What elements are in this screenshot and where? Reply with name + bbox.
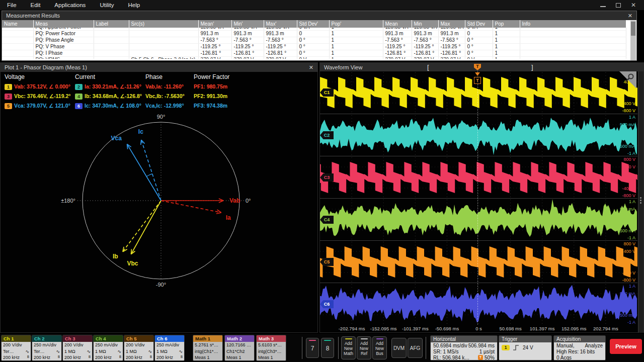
- scale-label: -800 V: [622, 193, 635, 198]
- waveform-slice-c2[interactable]: 1 A500 mA0 A-500 mA-1 AC2: [320, 114, 637, 156]
- column-header-name[interactable]: Name: [2, 20, 33, 28]
- add-new-math-button[interactable]: AddNewMath: [341, 336, 356, 359]
- table-row[interactable]: PQ: V Phase-119.25 °-119.25 °-119.25 °0 …: [2, 44, 626, 50]
- channel-badge-ch2[interactable]: Ch 2250 mA/divTer…∿200 kHzᴮ: [32, 335, 62, 361]
- column-header-label[interactable]: Label: [94, 20, 129, 28]
- add-new-bus-button[interactable]: AddNewBus: [372, 336, 387, 359]
- coupling-icon: ∿: [179, 348, 183, 355]
- menu-item-help[interactable]: Help: [121, 0, 147, 10]
- phasor-titlebar: Plot 1 - Phasor Diagram (Meas 1) ✕: [1, 63, 317, 72]
- phasor-legend-header: Current: [75, 73, 95, 80]
- trigger-position-icon[interactable]: T: [474, 64, 481, 70]
- add-new-ref-button[interactable]: AddNewRef: [357, 336, 371, 359]
- channel-badge-ch1[interactable]: Ch 1200 V/divTer…∿200 kHzᴮ: [1, 335, 31, 361]
- panel-resize-handle[interactable]: [638, 71, 643, 333]
- column-header-mean[interactable]: Mean': [198, 20, 231, 28]
- horizontal-title: Horizontal: [431, 336, 497, 342]
- channel-badge-5: 5: [5, 103, 12, 109]
- trigger-pos-icon: T: [478, 355, 483, 360]
- scale-label: -400 V: [622, 270, 635, 276]
- afg-button[interactable]: AFG: [408, 338, 423, 358]
- current-readout: Ib: 343.68mA, ∠-126.8°: [85, 93, 142, 99]
- scale-label: 400 V: [623, 164, 635, 169]
- waveform-plot-area[interactable]: 800 V400 V0 V-400 V-800 VC11 A500 mA0 A-…: [320, 71, 637, 325]
- coupling-icon: ∿: [117, 348, 121, 355]
- axis-label: -90°: [156, 282, 166, 288]
- column-header-max[interactable]: Max': [264, 20, 297, 28]
- waveform-slice-c6[interactable]: 1 A500 mA0 A-500 mA-1 AC6: [320, 283, 637, 325]
- acq-analyze: Analyze: [585, 343, 603, 349]
- channel-badge-1: 1: [5, 84, 12, 90]
- scale-label: -800 V: [622, 108, 635, 113]
- zoom-bracket-left-icon[interactable]: [: [427, 63, 429, 71]
- channel-badge-math1[interactable]: Math 15.2761 s*…intg(Ch1*…Meas 1: [193, 335, 223, 361]
- zoom-bracket-right-icon[interactable]: ]: [531, 63, 533, 71]
- channel-badge-ch4[interactable]: Ch 4250 mA/div1 MΩ∿200 kHzᴮ: [93, 335, 123, 361]
- voltage-readout: Vbc: 376.46V, ∠-119.2°: [14, 93, 70, 99]
- close-icon[interactable]: ✕: [631, 2, 636, 8]
- axis-label: 90°: [157, 115, 166, 120]
- scale-label: 0 A: [629, 217, 635, 222]
- menu-item-applications[interactable]: Applications: [47, 0, 93, 10]
- column-header-info[interactable]: Info: [520, 20, 626, 28]
- trigger-marker-icon[interactable]: T: [474, 77, 481, 84]
- table-row[interactable]: PQ: VRMSCh 5,Ch 6 - Phase 3 (Vca,Ic)379.…: [2, 57, 626, 59]
- menu-item-edit[interactable]: Edit: [24, 0, 48, 10]
- close-icon[interactable]: ✕: [628, 13, 632, 19]
- column-header-meas[interactable]: Meas: [33, 20, 94, 28]
- scale-label: -1 A: [627, 235, 635, 240]
- channel-badge-ch3[interactable]: Ch 3200 V/div1 MΩ∿200 kHzᴮ: [62, 335, 93, 361]
- column-header-max[interactable]: Max: [438, 20, 465, 28]
- waveform-slice-c4[interactable]: 1 A500 mA0 A-500 mA-1 AC4: [320, 198, 637, 240]
- phasor-vector-vca: [127, 144, 162, 201]
- column-header-min[interactable]: Min: [412, 20, 438, 28]
- trigger-position-pct: 50%: [485, 355, 495, 360]
- scale-label: -1 A: [627, 320, 635, 325]
- horizontal-panel[interactable]: Horizontal 50.6984 ms/div506.984 ms SR: …: [430, 335, 498, 360]
- close-icon[interactable]: ✕: [309, 64, 313, 71]
- phase-readout: Vab,Ia: -11.260°: [145, 83, 184, 89]
- phasor-vector-label: Vab: [229, 197, 240, 204]
- channel-badge-math3[interactable]: Math 35.6103 s*…intg(Ch3*…Meas 1: [256, 335, 286, 361]
- coupling-icon: ∿: [25, 348, 29, 355]
- time-axis: -202.794 ms-152.095 ms-101.397 ms-50.698…: [320, 325, 637, 333]
- axis-label: ±180°: [61, 198, 75, 204]
- channel-badge-ch6[interactable]: Ch 6250 mA/div1 MΩ∿200 kHzᴮ: [154, 335, 185, 361]
- zoom-overview-icon[interactable]: [619, 71, 636, 88]
- preview-button[interactable]: Preview: [610, 339, 642, 354]
- scale-label: 800 V: [623, 241, 635, 246]
- coupling-icon: ∿: [56, 348, 60, 355]
- maximize-icon[interactable]: [616, 3, 621, 8]
- minimize-icon[interactable]: [600, 6, 606, 7]
- trigger-source-badge: 1: [502, 345, 510, 350]
- measurement-table-body[interactable]: PQ: Apparent Power129.58 VA129.58 VA129.…: [2, 28, 636, 59]
- column-header-stddev[interactable]: Std Dev: [465, 20, 493, 28]
- scrollbar-thumb[interactable]: [631, 22, 635, 36]
- column-header-mean[interactable]: Mean: [383, 20, 412, 28]
- channel-badge-math2[interactable]: Math 2120.7166 …Ch1*Ch2Meas 1: [224, 335, 255, 361]
- measurement-scrollbar[interactable]: [630, 21, 636, 60]
- dvm-button[interactable]: DVM: [391, 338, 407, 358]
- table-row[interactable]: PQ: Power Factor991.3 m991.3 m991.3 m019…: [2, 31, 626, 37]
- menu-item-file[interactable]: File: [0, 0, 24, 10]
- table-row[interactable]: PQ: I Phase-126.81 °-126.81 °-126.81 °0 …: [2, 50, 626, 57]
- channel-button-8[interactable]: 8: [321, 338, 334, 358]
- column-header-pop[interactable]: Pop: [493, 20, 520, 28]
- channel-button-7[interactable]: 7: [306, 338, 319, 358]
- phasor-vector-label: Vca: [111, 135, 122, 142]
- acquisition-panel[interactable]: Acquisition Manual,Analyze High Res: 16 …: [553, 335, 606, 360]
- waveform-slice-c3[interactable]: 800 V400 V0 V-400 V-800 VC3: [320, 156, 637, 198]
- acq-mode: Manual,: [556, 343, 575, 349]
- column-header-min[interactable]: Min': [231, 20, 264, 28]
- table-row[interactable]: PQ: Phase Angle-7.563 °-7.563 °-7.563 °0…: [2, 37, 626, 44]
- column-header-pop[interactable]: Pop': [329, 20, 383, 28]
- bandwidth-icon: ᴮ: [58, 354, 60, 361]
- column-header-srcs[interactable]: Src(s): [129, 20, 198, 28]
- channel-badge-ch5[interactable]: Ch 5200 V/div1 MΩ∿200 kHzᴮ: [124, 335, 154, 361]
- trigger-panel[interactable]: Trigger 1 24 V: [499, 335, 552, 360]
- menu-item-utility[interactable]: Utility: [93, 0, 121, 10]
- menu-bar: FileEditApplicationsUtilityHelp ✕: [0, 0, 644, 10]
- scale-label: 0 V: [628, 259, 635, 264]
- waveform-slice-c5[interactable]: 800 V400 V0 V-400 V-800 VC5: [320, 240, 637, 283]
- column-header-stddev[interactable]: Std Dev': [297, 20, 329, 28]
